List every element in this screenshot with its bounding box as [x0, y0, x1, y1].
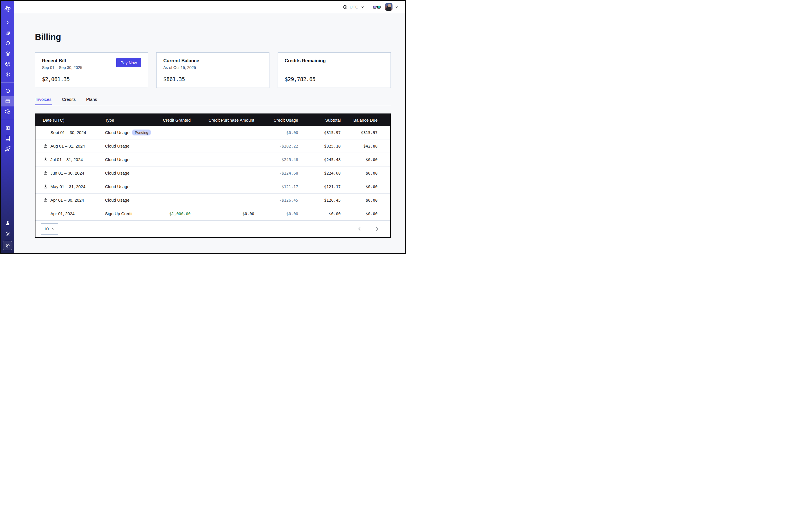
invoice-type: Cloud Usage: [105, 184, 130, 189]
credit-usage-value: $0.00: [254, 130, 298, 135]
card-title: Credits Remaining: [285, 58, 384, 64]
credits-remaining-amount: $29,782.65: [285, 76, 384, 82]
table-row: Jul 01 – 31, 2024 Cloud Usage -$245.48 $…: [36, 153, 390, 166]
invoice-type: Cloud Usage: [105, 157, 130, 162]
invoice-date: Aug 01 – 31, 2024: [50, 143, 85, 149]
glasses-icon[interactable]: [373, 4, 381, 10]
flask-icon[interactable]: [1, 218, 14, 229]
cube-icon[interactable]: [1, 59, 14, 69]
table-row: Apr 01 – 30, 2024 Cloud Usage -$126.45 $…: [36, 194, 390, 207]
invoice-type: Cloud Usage: [105, 171, 130, 175]
helm-wheel-icon[interactable]: [1, 123, 14, 133]
chevron-down-icon: [360, 5, 365, 9]
avatar[interactable]: [385, 3, 392, 11]
table-row: Aug 01 – 31, 2024 Cloud Usage -$282.22 $…: [36, 139, 390, 153]
summary-cards: Recent Bill Sep 01 – Sep 30, 2025 $2,061…: [35, 52, 391, 88]
gear-icon[interactable]: [1, 107, 14, 117]
column-header-balance-due: Balance Due: [341, 118, 378, 123]
sidebar: $: [1, 1, 14, 253]
clock-icon: [343, 4, 348, 9]
sidebar-item-billing[interactable]: [1, 96, 14, 107]
balance-due-value: $0.00: [341, 211, 378, 216]
orbit-logo-icon[interactable]: [1, 3, 14, 15]
chevron-down-icon: [51, 227, 55, 231]
asterisk-icon[interactable]: [1, 69, 14, 80]
subtotal-value: $325.10: [298, 144, 341, 149]
tab-credits[interactable]: Credits: [61, 97, 76, 105]
column-header-subtotal: Subtotal: [298, 118, 341, 123]
invoice-date: Jul 01 – 31, 2024: [50, 157, 83, 162]
balance-due-value: $42.88: [341, 144, 378, 149]
download-invoice-button[interactable]: [43, 170, 48, 176]
table-row: Apr 01, 2024 Sign Up Credit $1,000.00 $0…: [36, 207, 390, 220]
tab-strip: Invoices Credits Plans: [35, 97, 391, 105]
topbar: UTC: [14, 1, 405, 13]
credit-granted-value: $1,000.00: [163, 211, 190, 216]
app-window: $ UTC Billin: [0, 0, 406, 254]
page-size-value: 10: [44, 226, 49, 231]
sun-icon[interactable]: [1, 229, 14, 239]
download-invoice-button[interactable]: [43, 143, 48, 149]
book-sparkle-icon[interactable]: [1, 133, 14, 143]
table-row: May 01 – 31, 2024 Cloud Usage -$121.17 $…: [36, 180, 390, 194]
recent-bill-amount: $2,061.35: [42, 76, 141, 82]
subtotal-value: $224.68: [298, 171, 341, 175]
credit-usage-value: -$245.48: [254, 158, 298, 162]
gauge-icon[interactable]: [1, 86, 14, 96]
column-header-credit-granted: Credit Granted: [163, 118, 190, 123]
chevron-right-icon[interactable]: [1, 17, 14, 28]
dollar-badge-icon[interactable]: $: [3, 241, 12, 250]
invoice-type: Cloud Usage: [105, 130, 130, 135]
timezone-selector[interactable]: UTC: [343, 4, 365, 9]
tab-invoices[interactable]: Invoices: [35, 97, 52, 105]
subtotal-value: $315.97: [298, 130, 341, 135]
balance-due-value: $0.00: [341, 184, 378, 189]
table-body: Sept 01 – 30, 2024 Cloud Usage Pending $…: [36, 126, 390, 220]
table-header: Date (UTC) Type Credit Granted Credit Pu…: [36, 114, 390, 126]
pay-now-button[interactable]: Pay Now: [116, 58, 141, 67]
status-badge: Pending: [132, 130, 151, 135]
previous-page-button[interactable]: [357, 226, 364, 232]
chevron-down-icon[interactable]: [394, 5, 399, 9]
sidebar-divider: [1, 120, 14, 120]
balance-due-value: $0.00: [341, 198, 378, 203]
invoice-date: Jun 01 – 30, 2024: [50, 171, 84, 175]
invoice-date: Sept 01 – 30, 2024: [50, 130, 86, 135]
invoice-date: Apr 01, 2024: [50, 211, 75, 216]
tab-plans[interactable]: Plans: [86, 97, 98, 105]
column-header-credit-usage: Credit Usage: [254, 118, 298, 123]
page-title: Billing: [35, 32, 405, 42]
balance-due-value: $315.97: [341, 130, 378, 135]
invoice-date: May 01 – 31, 2024: [50, 184, 85, 189]
credit-usage-value: -$282.22: [254, 144, 298, 149]
recent-bill-card: Recent Bill Sep 01 – Sep 30, 2025 $2,061…: [35, 52, 148, 88]
table-row: Sept 01 – 30, 2024 Cloud Usage Pending $…: [36, 126, 390, 139]
card-title: Current Balance: [163, 58, 262, 64]
credit-usage-value: -$224.68: [254, 171, 298, 175]
credits-remaining-card: Credits Remaining $29,782.65: [277, 52, 391, 88]
download-invoice-button[interactable]: [43, 184, 48, 189]
subtotal-value: $0.00: [298, 211, 341, 216]
table-footer: 10: [36, 220, 390, 237]
history-timer-icon[interactable]: [1, 38, 14, 48]
svg-text:$: $: [7, 245, 8, 247]
layers-icon[interactable]: [1, 48, 14, 59]
spiral-eye-icon[interactable]: [1, 28, 14, 38]
invoice-date: Apr 01 – 30, 2024: [50, 198, 84, 203]
subtotal-value: $121.17: [298, 184, 341, 189]
subtotal-value: $126.45: [298, 198, 341, 203]
download-invoice-button[interactable]: [43, 157, 48, 162]
card-subtitle: As of Oct 15, 2025: [163, 65, 262, 70]
column-header-date: Date (UTC): [36, 118, 105, 123]
credit-purchase-value: $0.00: [190, 211, 254, 216]
next-page-button[interactable]: [373, 226, 379, 232]
invoice-type: Sign Up Credit: [105, 211, 133, 216]
download-invoice-button[interactable]: [43, 198, 48, 203]
page-size-select[interactable]: 10: [41, 223, 58, 235]
rocket-icon[interactable]: [1, 143, 14, 154]
invoice-type: Cloud Usage: [105, 143, 130, 149]
balance-due-value: $0.00: [341, 158, 378, 162]
column-header-type: Type: [105, 118, 163, 123]
card-subtitle: [285, 65, 384, 70]
subtotal-value: $245.48: [298, 158, 341, 162]
